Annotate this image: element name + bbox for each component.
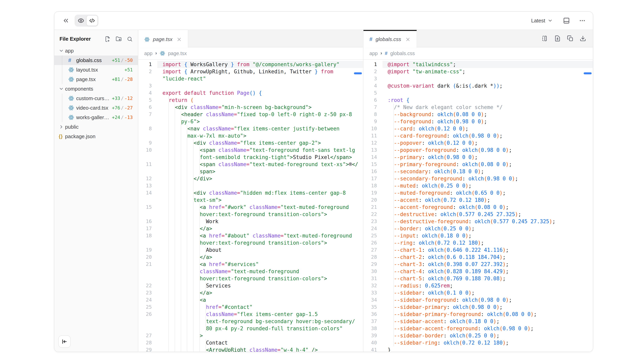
download-icon[interactable]: [580, 35, 586, 42]
code-line-wrap[interactable]: span>: [138, 168, 363, 175]
code-line-30[interactable]: 30--chart-4: oklch(0.828 0.189 84.429);: [364, 268, 593, 275]
panel-bottom-button[interactable]: [563, 17, 570, 24]
code-line-4[interactable]: 4@custom-variant dark (&:is(.dark *));: [364, 82, 593, 89]
code-line-12[interactable]: 12--popover: oklch(0.12 0 0);: [364, 139, 593, 146]
code-line-20[interactable]: 20</a>: [138, 254, 363, 261]
code-line-25[interactable]: 25href="#contact": [138, 304, 363, 311]
scrollbar-thumb[interactable]: [354, 72, 362, 74]
code-line-14[interactable]: 14<div className="hidden md:flex items-c…: [138, 189, 363, 196]
tree-item-globals.css[interactable]: #globals.css+51/-50: [54, 55, 138, 65]
code-line-37[interactable]: 37--sidebar-accent: oklch(0.18 0 0);: [364, 318, 593, 325]
code-line-8[interactable]: 8<nav className="flex items-center justi…: [138, 125, 363, 132]
code-line-wrap[interactable]: className="text-muted-foreground: [138, 268, 363, 275]
code-line-10[interactable]: 10--card: oklch(0.12 0 0);: [364, 125, 593, 132]
code-line-3[interactable]: 3: [364, 75, 593, 82]
search-icon[interactable]: [127, 36, 133, 42]
code-line-15[interactable]: 15--primary-foreground: oklch(0.08 0 0);: [364, 161, 593, 168]
code-line-wrap[interactable]: font-semibold tracking-tight">Studio Pix…: [138, 154, 363, 161]
code-line-wrap[interactable]: hover:text-foreground transition-colors"…: [138, 211, 363, 218]
code-line-26[interactable]: 26className="flex items-center gap-1.5: [138, 311, 363, 318]
preview-toggle-button[interactable]: [76, 15, 86, 26]
more-menu-button[interactable]: [579, 17, 586, 24]
code-line-15[interactable]: 15<a href="#work" className="text-muted-…: [138, 204, 363, 211]
code-line-8[interactable]: 8--background: oklch(0.08 0 0);: [364, 111, 593, 118]
code-line-41[interactable]: 41}: [364, 346, 593, 352]
tree-item-app[interactable]: app: [54, 46, 138, 55]
code-line-11[interactable]: 11<span className="text-muted-foreground…: [138, 161, 363, 168]
code-line-4[interactable]: 4export default function Page() {: [138, 89, 363, 96]
code-line-27[interactable]: 27--chart-1: oklch(0.646 0.222 41.116);: [364, 246, 593, 254]
close-icon[interactable]: [176, 37, 182, 42]
tree-item-public[interactable]: public: [54, 122, 138, 132]
code-line-28[interactable]: 28--chart-2: oklch(0.6 0.118 184.704);: [364, 254, 593, 261]
tree-item-video-card.tsx[interactable]: video-card.tsx+76/-27: [54, 103, 138, 113]
code-line-19[interactable]: 19--muted-foreground: oklch(0.65 0 0);: [364, 189, 593, 196]
code-line-5[interactable]: 5return (: [138, 96, 363, 104]
code-line-19[interactable]: 19About: [138, 246, 363, 254]
code-line-1[interactable]: 1@import "tailwindcss";: [364, 61, 593, 68]
code-line-34[interactable]: 34--sidebar-foreground: oklch(0.98 0 0);: [364, 296, 593, 304]
scrollbar-thumb[interactable]: [584, 72, 592, 74]
code-line-wrap[interactable]: py-6">: [138, 118, 363, 125]
code-line-12[interactable]: 12</div>: [138, 175, 363, 182]
code-area-page-tsx[interactable]: 1import { WorksGallery } from "@/compone…: [138, 60, 363, 352]
tree-item-components[interactable]: components: [54, 84, 138, 94]
code-line-wrap[interactable]: text-foreground bg-secondary hover:bg-se…: [138, 318, 363, 325]
code-line-20[interactable]: 20--accent: oklch(0.72 0.12 180);: [364, 196, 593, 204]
code-line-24[interactable]: 24<a: [138, 296, 363, 304]
file-diff-icon[interactable]: [554, 35, 561, 42]
code-line-18[interactable]: 18--muted: oklch(0.25 0 0);: [364, 182, 593, 189]
code-line-wrap[interactable]: 80 px-4 py-2 rounded-full transition-col…: [138, 325, 363, 332]
code-line-22[interactable]: 22Services: [138, 282, 363, 289]
code-line-23[interactable]: 23--destructive-foreground: oklch(0.577 …: [364, 218, 593, 225]
new-folder-icon[interactable]: [116, 36, 122, 42]
version-dropdown[interactable]: Latest: [530, 17, 554, 24]
code-line-39[interactable]: 39--sidebar-border: oklch(0.25 0 0);: [364, 332, 593, 339]
code-line-24[interactable]: 24--border: oklch(0.25 0 0);: [364, 225, 593, 232]
tab-page-tsx[interactable]: page.tsx: [138, 30, 188, 48]
tree-item-page.tsx[interactable]: page.tsx+81/-28: [54, 74, 138, 84]
code-line-2[interactable]: 2@import "tw-animate-css";: [364, 68, 593, 75]
code-line-14[interactable]: 14--primary: oklch(0.98 0 0);: [364, 154, 593, 161]
code-line-7[interactable]: 7/* New dark elegant color scheme */: [364, 104, 593, 111]
code-line-21[interactable]: 21--accent-foreground: oklch(0.08 0 0);: [364, 204, 593, 211]
close-icon[interactable]: [405, 37, 411, 42]
panel-dashed-icon[interactable]: [542, 35, 548, 42]
tab-globals-css[interactable]: # globals.css: [364, 30, 417, 48]
code-line-16[interactable]: 16Work: [138, 218, 363, 225]
code-line-18[interactable]: 18<a href="#about" className="text-muted…: [138, 232, 363, 239]
tree-item-package.json[interactable]: {}package.json: [54, 132, 138, 141]
code-line-wrap[interactable]: hover:text-foreground transition-colors"…: [138, 275, 363, 282]
code-line-17[interactable]: 17--secondary-foreground: oklch(0.98 0 0…: [364, 175, 593, 182]
code-line-wrap[interactable]: text-sm">: [138, 196, 363, 204]
code-line-2[interactable]: 2import { ArrowUpRight, Github, Linkedin…: [138, 68, 363, 75]
code-line-3[interactable]: 3: [138, 82, 363, 89]
code-line-6[interactable]: 6<div className="min-h-screen bg-backgro…: [138, 104, 363, 111]
code-line-9[interactable]: 9--foreground: oklch(0.98 0 0);: [364, 118, 593, 125]
code-line-22[interactable]: 22--destructive: oklch(0.577 0.245 27.32…: [364, 211, 593, 218]
code-line-16[interactable]: 16--secondary: oklch(0.18 0 0);: [364, 168, 593, 175]
code-line-32[interactable]: 32--radius: 0.625rem;: [364, 282, 593, 289]
code-line-38[interactable]: 38--sidebar-accent-foreground: oklch(0.9…: [364, 325, 593, 332]
tree-item-works-galler-[interactable]: works-galler…+24/-13: [54, 113, 138, 122]
code-line-5[interactable]: 5: [364, 89, 593, 96]
code-line-17[interactable]: 17</a>: [138, 225, 363, 232]
code-line-29[interactable]: 29<ArrowUpRight className="w-4 h-4" />: [138, 346, 363, 352]
code-line-29[interactable]: 29--chart-3: oklch(0.398 0.07 227.392);: [364, 261, 593, 268]
code-line-21[interactable]: 21<a href="#services": [138, 261, 363, 268]
code-line-33[interactable]: 33--sidebar: oklch(0.1 0 0);: [364, 289, 593, 296]
code-area-globals-css[interactable]: 1@import "tailwindcss";2@import "tw-anim…: [364, 60, 593, 352]
code-line-10[interactable]: 10<span className="text-foreground font-…: [138, 146, 363, 154]
code-line-23[interactable]: 23</a>: [138, 289, 363, 296]
code-line-wrap[interactable]: max-w-7xl mx-auto">: [138, 132, 363, 139]
code-line-6[interactable]: 6:root {: [364, 96, 593, 104]
code-line-25[interactable]: 25--input: oklch(0.18 0 0);: [364, 232, 593, 239]
code-line-27[interactable]: 27>: [138, 332, 363, 339]
code-line-11[interactable]: 11--card-foreground: oklch(0.98 0 0);: [364, 132, 593, 139]
code-line-28[interactable]: 28Contact: [138, 339, 363, 346]
code-line-40[interactable]: 40--sidebar-ring: oklch(0.72 0.12 180);: [364, 339, 593, 346]
code-line-31[interactable]: 31--chart-5: oklch(0.769 0.188 70.08);: [364, 275, 593, 282]
code-line-13[interactable]: 13--popover-foreground: oklch(0.98 0 0);: [364, 146, 593, 154]
copy-icon[interactable]: [567, 35, 573, 42]
code-line-36[interactable]: 36--sidebar-primary-foreground: oklch(0.…: [364, 311, 593, 318]
